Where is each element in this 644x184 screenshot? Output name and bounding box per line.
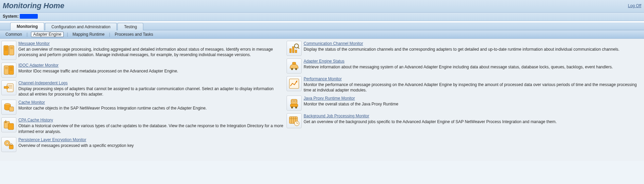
subtab-separator: | [107,32,112,37]
primary-tab-row: Monitoring Configuration and Administrat… [0,22,644,30]
message-monitor-link[interactable]: Message Monitor [18,41,50,46]
cache-monitor-link[interactable]: Cache Monitor [18,100,45,105]
logoff-container: Log Off [628,3,641,8]
background-job-link[interactable]: Background Job Processing Monitor [304,114,369,118]
item-body: CPA Cache History Obtain a historical ov… [18,117,284,134]
item-body: Persistence Layer Encryption Monitor Ove… [18,137,284,148]
logoff-link[interactable]: Log Off [628,3,641,8]
content-area: Message Monitor Get an overview of messa… [0,39,644,161]
svg-line-30 [298,47,299,49]
item-desc: Monitor the overall status of the Java P… [304,101,643,107]
performance-link[interactable]: Performance Monitor [304,77,342,81]
page-title: Monitoring Home [3,1,64,10]
system-value: XXXX [20,14,38,19]
svg-point-39 [291,106,293,108]
item-body: Message Monitor Get an overview of messa… [18,41,284,57]
java-proxy-link[interactable]: Java Proxy Runtime Monitor [304,96,355,101]
item-performance: Performance Monitor Monitor the performa… [287,76,643,93]
left-column: Message Monitor Get an overview of messa… [1,40,284,154]
item-body: Cache Monitor Monitor cache objects in t… [18,100,284,111]
message-monitor-icon [1,41,16,60]
item-cpa-cache: CPA Cache History Obtain a historical ov… [1,117,284,134]
engine-status-icon [287,58,302,73]
svg-rect-21 [8,123,14,130]
item-desc: Obtain a historical overview of the vari… [18,123,284,134]
item-body: Java Proxy Runtime Monitor Monitor the o… [304,96,643,107]
svg-rect-34 [289,79,299,88]
item-desc: Display the status of the communication … [304,47,643,52]
channel-logs-link[interactable]: Channel-Independent Logs [18,81,68,85]
svg-rect-27 [292,47,294,53]
svg-point-23 [6,142,8,144]
item-comm-channel: Communication Channel Monitor Display th… [287,41,643,56]
secondary-tab-row: Common | Adapter Engine | Mapping Runtim… [0,30,644,39]
svg-point-40 [295,106,297,108]
item-body: Channel-Independent Logs Display process… [18,80,284,97]
idoc-adapter-icon [1,63,16,78]
svg-rect-1 [9,46,14,55]
item-engine-status: Adapter Engine Status Retrieve informati… [287,58,643,73]
system-bar: System: XXXX [0,13,644,21]
item-body: Communication Channel Monitor Display th… [304,41,643,52]
svg-rect-19 [9,107,14,111]
system-label: System: [3,14,19,19]
subtab-separator: | [65,32,70,37]
item-desc: Monitor the performance of message proce… [304,82,643,93]
item-desc: Get an overview of message processing, i… [18,47,284,57]
svg-rect-33 [292,62,296,64]
cpa-cache-link[interactable]: CPA Cache History [18,118,53,122]
svg-rect-36 [292,100,293,102]
subtab-adapter-engine[interactable]: Adapter Engine [31,32,64,37]
item-desc: Overview of messages processed with a sp… [18,143,284,148]
idoc-adapter-link[interactable]: IDOC Adapter Monitor [18,63,59,68]
item-desc: Retrieve information about the messaging… [304,64,643,70]
encryption-monitor-link[interactable]: Persistence Layer Encryption Monitor [18,137,86,142]
item-body: Background Job Processing Monitor Get an… [304,113,643,124]
item-cache-monitor: Cache Monitor Monitor cache objects in t… [1,100,284,115]
item-desc: Monitor cache objects in the SAP NetWeav… [18,105,284,111]
svg-rect-37 [295,100,296,102]
background-job-icon [287,113,302,128]
right-column: Communication Channel Monitor Display th… [287,40,643,130]
comm-channel-link[interactable]: Communication Channel Monitor [304,41,363,46]
subtab-processes-tasks[interactable]: Processes and Tasks [113,32,155,37]
item-desc: Get an overview of the background jobs s… [304,119,643,124]
svg-rect-0 [4,46,9,55]
tab-testing[interactable]: Testing [117,23,143,30]
item-encryption-monitor: Persistence Layer Encryption Monitor Ove… [1,137,284,152]
svg-rect-7 [4,66,9,74]
cpa-cache-icon [1,117,16,132]
subtab-separator: | [25,32,30,37]
svg-rect-38 [290,104,298,107]
item-channel-logs: Channel-Independent Logs Display process… [1,80,284,97]
subtab-common[interactable]: Common [4,32,23,37]
comm-channel-icon [287,41,302,56]
item-body: Adapter Engine Status Retrieve informati… [304,58,643,70]
item-idoc-adapter: IDOC Adapter Monitor Monitor IDoc messag… [1,63,284,78]
svg-rect-28 [295,50,297,53]
item-desc: Monitor IDoc message traffic and metadat… [18,68,284,74]
tab-monitoring[interactable]: Monitoring [10,22,44,30]
encryption-icon [1,137,16,152]
java-proxy-icon [287,96,302,111]
title-bar: Monitoring Home Log Off [0,0,644,13]
item-desc: Display processing steps of adapters tha… [18,86,284,97]
tab-config-admin[interactable]: Configuration and Administration [45,23,117,30]
subtab-mapping-runtime[interactable]: Mapping Runtime [71,32,106,37]
item-java-proxy: Java Proxy Runtime Monitor Monitor the o… [287,96,643,111]
channel-logs-icon [1,80,16,95]
performance-icon [287,76,302,91]
item-body: IDOC Adapter Monitor Monitor IDoc messag… [18,63,284,74]
svg-rect-26 [290,49,291,53]
item-body: Performance Monitor Monitor the performa… [304,76,643,93]
item-background-job: Background Job Processing Monitor Get an… [287,113,643,128]
item-message-monitor: Message Monitor Get an overview of messa… [1,41,284,60]
cache-monitor-icon [1,100,16,115]
engine-status-link[interactable]: Adapter Engine Status [304,59,344,64]
svg-point-32 [295,68,297,70]
svg-point-31 [291,68,293,70]
